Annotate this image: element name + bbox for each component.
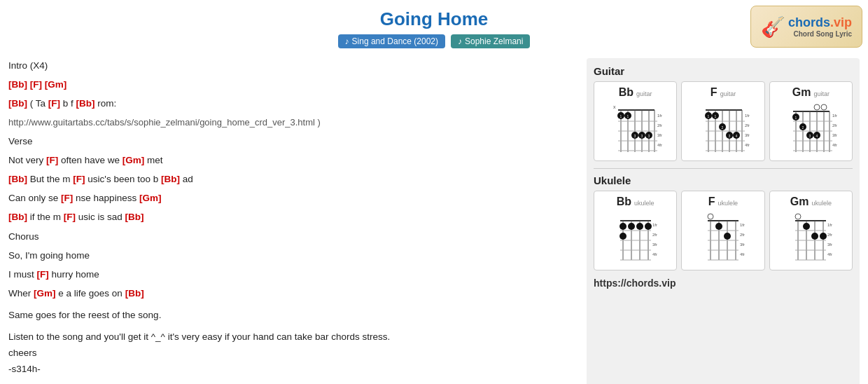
chord-type-f-guitar: guitar: [720, 90, 736, 97]
chord-panel: Guitar Bb guitar x: [587, 58, 860, 384]
svg-text:4fr: 4fr: [745, 143, 750, 147]
intro-section: Intro (X4): [8, 58, 578, 74]
c2-text1: I must: [8, 269, 34, 280]
chord-gm1: [Gm]: [45, 79, 67, 90]
chord-diagram-bb-guitar: x: [597, 102, 673, 158]
svg-text:2fr: 2fr: [657, 123, 662, 128]
site-logo: 🎸 chords.vip Chord Song Lyric: [750, 6, 862, 48]
chord-svg-f-ukulele: 1fr 2fr 3fr 4fr: [695, 211, 751, 267]
svg-text:3: 3: [648, 134, 650, 138]
chord-panel-url: https://chords.vip: [594, 277, 853, 289]
guitar-icon: 🎸: [761, 15, 785, 39]
artist-label: Sophie Zelmani: [465, 36, 523, 46]
chord-diagram-bb-ukulele: 1fr 2fr 3fr 4fr: [597, 211, 673, 267]
v1-text3: met: [147, 155, 163, 165]
svg-text:4fr: 4fr: [832, 143, 837, 147]
logo-subtitle: Chord Song Lyric: [788, 30, 852, 38]
svg-point-52: [821, 104, 827, 110]
chord-svg-f-guitar: 1fr 2fr 3fr 4fr 1 1 2 3 4: [695, 102, 751, 158]
signature-text: -s314h-: [8, 364, 41, 374]
svg-text:1: 1: [795, 116, 797, 120]
chord-name-row-f-ukulele: F ukulele: [685, 196, 761, 208]
chord-name-bb-guitar: Bb: [619, 86, 634, 99]
chord-svg-bb-ukulele: 1fr 2fr 3fr 4fr: [608, 211, 664, 267]
svg-text:3: 3: [809, 134, 811, 138]
chord-type-bb-guitar: guitar: [636, 90, 652, 97]
svg-text:1fr: 1fr: [657, 114, 662, 118]
chord-f3: [F]: [46, 155, 58, 165]
chord-f5: [F]: [61, 193, 73, 203]
note1-line: Same goes for the reest of the song.: [8, 308, 578, 324]
svg-text:1fr: 1fr: [652, 223, 657, 227]
chord-bb3: [Bb]: [76, 98, 95, 109]
v2-text1: But the m: [30, 174, 71, 184]
svg-point-92: [645, 223, 652, 230]
page-header: Going Home ♪ Sing and Dance (2002) ♪ Sop…: [0, 0, 868, 53]
svg-text:3: 3: [729, 134, 731, 138]
svg-text:4fr: 4fr: [827, 252, 832, 256]
person-icon: ♪: [458, 36, 462, 46]
svg-point-90: [628, 223, 635, 230]
chord-box-f-guitar: F guitar: [681, 81, 764, 161]
main-content: Intro (X4) [Bb] [F] [Gm] [Bb] ( Ta [F] b…: [0, 53, 868, 384]
chord-box-bb-guitar: Bb guitar x: [594, 81, 677, 161]
chord-gm2: [Gm]: [122, 155, 145, 165]
chord-name-row-gm-ukulele: Gm ukulele: [773, 196, 849, 208]
chorus-text: Chorus: [8, 231, 39, 242]
chord-type-gm-ukulele: ukulele: [811, 200, 832, 207]
note2-section: Listen to the song and you'll get it ^_^…: [8, 329, 578, 345]
tab-url: http://www.guitartabs.cc/tabs/s/sophie_z…: [8, 117, 321, 128]
chord-gm4: [Gm]: [34, 288, 56, 299]
svg-text:1: 1: [626, 114, 629, 118]
chord-f4: [F]: [73, 174, 85, 184]
svg-text:1: 1: [708, 114, 710, 118]
chorus-line-1: So, I'm going home: [8, 248, 578, 264]
chord-bb4: [Bb]: [8, 174, 27, 184]
chord-bb6: [Bb]: [8, 212, 27, 222]
svg-text:3fr: 3fr: [657, 133, 662, 137]
verse-line-4: [Bb] if the m [F] usic is sad [Bb]: [8, 210, 578, 226]
chord-svg-bb-guitar: x: [608, 102, 664, 158]
chord-diagram-gm-ukulele: 1fr 2fr 3fr 4fr: [773, 211, 849, 267]
svg-text:2: 2: [802, 125, 804, 130]
svg-point-125: [811, 233, 818, 240]
chord-name-bb-ukulele: Bb: [617, 196, 631, 208]
note2-text: Listen to the song and you'll get it ^_^…: [8, 331, 390, 342]
svg-point-110: [795, 214, 801, 219]
chord-gm3: [Gm]: [139, 193, 162, 203]
verse-label: Verse: [8, 134, 578, 150]
chord-name-row-bb-ukulele: Bb ukulele: [597, 196, 673, 208]
svg-point-93: [620, 233, 626, 240]
chorus-label: Chorus: [8, 229, 578, 245]
svg-text:3fr: 3fr: [740, 242, 745, 247]
album-badge[interactable]: ♪ Sing and Dance (2002): [338, 34, 445, 48]
c2-text2: hurry home: [52, 269, 99, 280]
tab-url-line: http://www.guitartabs.cc/tabs/s/sophie_z…: [8, 115, 578, 131]
chorus-line-2: I must [F] hurry home: [8, 267, 578, 283]
c3-text1: Wher: [8, 288, 31, 299]
chord-bb5: [Bb]: [161, 174, 180, 184]
svg-text:4: 4: [816, 134, 818, 138]
svg-point-51: [814, 104, 820, 110]
chord-f2: [F]: [48, 98, 60, 109]
artist-badge[interactable]: ♪ Sophie Zelmani: [451, 34, 530, 48]
chord-f1: [F]: [30, 79, 42, 90]
chord-box-gm-ukulele: Gm ukulele 1fr: [769, 191, 853, 270]
music-icon: ♪: [345, 36, 349, 46]
logo-text: chords.vip Chord Song Lyric: [788, 15, 852, 38]
chord-name-f-guitar: F: [710, 86, 718, 99]
chord-bb1: [Bb]: [8, 79, 27, 90]
v2-text2: usic's been too b: [88, 174, 158, 184]
svg-point-94: [708, 214, 713, 219]
svg-text:4: 4: [736, 134, 738, 138]
guitar-section-title: Guitar: [594, 65, 853, 77]
chord-box-gm-guitar: Gm guitar: [769, 81, 853, 161]
ukulele-chords-row: Bb ukulele 1fr 2fr: [594, 191, 853, 270]
chord-name-f-ukulele: F: [708, 196, 715, 208]
svg-point-89: [620, 223, 626, 230]
v1-text1: Not very: [8, 155, 46, 165]
chord-diagram-f-guitar: 1fr 2fr 3fr 4fr 1 1 2 3 4: [685, 102, 761, 158]
note1-text: Same goes for the reest of the song.: [8, 310, 161, 320]
verse-line-1: Not very [F] often have we [Gm] met: [8, 153, 578, 169]
chord-diagram-f-ukulele: 1fr 2fr 3fr 4fr: [685, 211, 761, 267]
